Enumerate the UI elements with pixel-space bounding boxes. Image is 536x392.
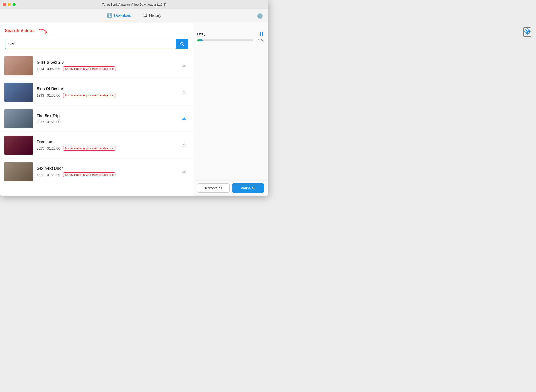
pause-icon (260, 32, 263, 36)
result-duration: 01:20:00 (47, 146, 60, 150)
download-button[interactable] (180, 114, 189, 123)
result-thumbnail (4, 109, 33, 128)
progress-row: 10% (197, 39, 264, 42)
result-year: 2022 (37, 173, 44, 177)
result-item: Teen Lust 2015 01:20:00 Not available in… (0, 132, 193, 158)
tab-download[interactable]: ⬇️ Download (101, 12, 137, 20)
result-title: Teen Lust (37, 140, 176, 144)
result-duration: 01:30:00 (47, 93, 60, 97)
progress-bar-background (197, 39, 253, 41)
main-content: Search Videos (0, 23, 268, 196)
result-meta: 2014 00:59:00 Not available in your memb… (37, 66, 176, 71)
download-button[interactable] (180, 141, 189, 150)
result-thumbnail (4, 83, 33, 102)
result-year: 2017 (37, 120, 44, 124)
download-icon (181, 168, 187, 174)
progress-percentage: 10% (255, 39, 264, 42)
result-meta: 1993 01:30:00 Not available in your memb… (37, 93, 176, 98)
not-available-badge: Not available in your membership or c (63, 172, 115, 177)
result-meta: 2022 01:23:00 Not available in your memb… (37, 172, 176, 177)
result-title: Girls & Sex 2.0 (37, 60, 176, 65)
result-meta: 2015 01:20:00 Not available in your memb… (37, 146, 176, 151)
topnav: ⬇️ Download 🖥 History ⚙️ (0, 9, 268, 23)
download-button[interactable] (180, 61, 189, 70)
result-thumbnail (4, 56, 33, 75)
result-year: 2014 (37, 67, 44, 71)
settings-button[interactable]: ⚙️ (257, 13, 263, 19)
not-available-badge: Not available in your membership or c (63, 93, 115, 98)
tab-history[interactable]: 🖥 History (137, 12, 167, 20)
result-title: Sins Of Desire (37, 87, 176, 91)
result-item: Sex Next Door 2022 01:23:00 Not availabl… (0, 158, 193, 185)
right-panel: Ozzy 10% Remove all (193, 23, 268, 196)
download-item-name: Ozzy (197, 32, 205, 36)
svg-line-2 (183, 45, 184, 46)
nav-tabs: ⬇️ Download 🖥 History (101, 12, 167, 20)
search-icon (180, 42, 184, 46)
result-meta: 2017 01:20:00 (37, 120, 176, 124)
traffic-lights (3, 3, 16, 6)
search-button[interactable] (176, 39, 188, 49)
search-input[interactable] (5, 39, 176, 49)
left-panel: Search Videos (0, 23, 193, 196)
right-footer: Remove all Pause all (193, 180, 268, 196)
result-thumbnail (4, 136, 33, 155)
maximize-button[interactable] (13, 3, 16, 6)
result-thumbnail (4, 162, 33, 181)
result-item: Girls & Sex 2.0 2014 00:59:00 Not availa… (0, 52, 193, 79)
result-title: The Sex Trip (37, 114, 176, 118)
search-label-row: Search Videos (5, 27, 188, 36)
result-duration: 01:20:00 (47, 120, 60, 124)
result-info: Sex Next Door 2022 01:23:00 Not availabl… (37, 166, 176, 177)
result-info: Teen Lust 2015 01:20:00 Not available in… (37, 140, 176, 151)
result-item: Sins Of Desire 1993 01:30:00 Not availab… (0, 79, 193, 105)
download-tab-icon: ⬇️ (107, 13, 112, 18)
result-item: The Sex Trip 2017 01:20:00 (0, 105, 193, 132)
history-tab-icon: 🖥 (143, 13, 147, 18)
result-duration: 00:59:00 (47, 67, 60, 71)
result-year: 1993 (37, 93, 44, 97)
result-info: Girls & Sex 2.0 2014 00:59:00 Not availa… (37, 60, 176, 71)
result-title: Sex Next Door (37, 166, 176, 170)
result-info: Sins Of Desire 1993 01:30:00 Not availab… (37, 87, 176, 98)
minimize-button[interactable] (8, 3, 11, 6)
result-duration: 01:23:00 (47, 173, 60, 177)
arrow-indicator (37, 27, 51, 36)
result-info: The Sex Trip 2017 01:20:00 (37, 114, 176, 124)
download-item: Ozzy 10% (197, 31, 264, 42)
remove-all-button[interactable]: Remove all (197, 183, 230, 193)
window-title: TunesBank Amazon Video Downloader (1.6.3… (102, 3, 166, 6)
search-row (5, 39, 188, 49)
search-videos-label: Search Videos (5, 28, 35, 33)
download-button[interactable] (180, 167, 189, 176)
pause-all-button[interactable]: Pause all (232, 183, 264, 193)
pause-button[interactable] (259, 31, 264, 37)
download-item-header: Ozzy (197, 31, 264, 37)
titlebar: TunesBank Amazon Video Downloader (1.6.3… (0, 0, 268, 9)
history-tab-label: History (149, 13, 161, 18)
download-icon (181, 142, 187, 147)
not-available-badge: Not available in your membership or c (63, 66, 115, 71)
download-tab-label: Download (114, 13, 131, 18)
result-year: 2015 (37, 146, 44, 150)
search-area: Search Videos (0, 23, 193, 52)
progress-bar-fill (197, 39, 203, 41)
right-content: Ozzy 10% (193, 23, 268, 180)
not-available-badge: Not available in your membership or c (63, 146, 115, 151)
download-icon (181, 115, 187, 121)
close-button[interactable] (3, 3, 6, 6)
results-list: Girls & Sex 2.0 2014 00:59:00 Not availa… (0, 52, 193, 196)
download-icon (181, 62, 187, 68)
download-button[interactable] (180, 88, 189, 97)
download-icon (181, 89, 187, 94)
